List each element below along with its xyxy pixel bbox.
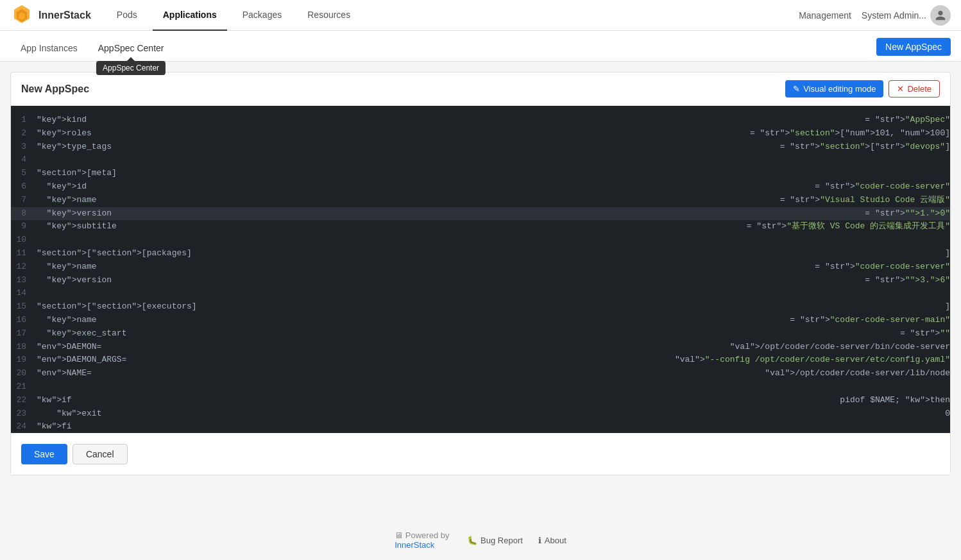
delete-button[interactable]: ✕ Delete <box>889 80 940 98</box>
line-number: 4 <box>11 153 34 167</box>
line-content: "key">roles <box>34 127 745 140</box>
new-appspec-button[interactable]: New AppSpec <box>876 38 951 56</box>
line-number: 9 <box>11 220 34 233</box>
delete-icon: ✕ <box>897 84 904 94</box>
code-line: 6 "key">id = "str">"coder-code-server" <box>11 180 950 194</box>
line-content: "kw">fi <box>34 420 950 433</box>
footer-buttons: Save Cancel <box>11 433 950 475</box>
line-content: "key">type_tags <box>34 140 775 154</box>
user-menu[interactable]: System Admin... <box>862 5 951 26</box>
code-line: 9 "key">subtitle = "str">"基于微软 VS Code 的… <box>11 220 950 233</box>
line-number: 15 <box>11 300 34 314</box>
line-content: "key">subtitle <box>34 220 742 233</box>
line-number: 13 <box>11 274 34 287</box>
code-line: 18"env">DAEMON="val">/opt/coder/code-ser… <box>11 341 950 354</box>
code-line: 12 "key">name = "str">"coder-code-server… <box>11 260 950 274</box>
code-line: 10 <box>11 233 950 247</box>
server-icon: 🖥 <box>395 530 403 540</box>
code-line: 11"section">["section">[packages]] <box>11 247 950 260</box>
line-number: 2 <box>11 127 34 140</box>
line-content <box>34 153 950 167</box>
line-content: "env">DAEMON= <box>34 341 730 354</box>
code-line: 14 <box>11 287 950 300</box>
line-number: 11 <box>11 247 34 260</box>
brand[interactable]: InnerStack <box>10 4 91 27</box>
line-content: "key">version <box>34 207 860 221</box>
line-content: "kw">if <box>34 394 835 407</box>
avatar <box>930 5 951 26</box>
nav-packages[interactable]: Packages <box>232 0 292 31</box>
line-number: 16 <box>11 314 34 327</box>
line-content: "key">name <box>34 260 810 274</box>
code-line: 20"env">NAME="val">/opt/coder/code-serve… <box>11 367 950 380</box>
nav-resources[interactable]: Resources <box>297 0 361 31</box>
card-header: New AppSpec ✎ Visual editing mode ✕ Dele… <box>11 72 950 106</box>
line-number: 20 <box>11 367 34 380</box>
line-number: 1 <box>11 114 34 127</box>
line-content: "env">DAEMON_ARGS= <box>34 353 675 367</box>
subnav-app-instances[interactable]: App Instances <box>10 38 88 61</box>
line-number: 3 <box>11 140 34 154</box>
code-line: 5"section">[meta] <box>11 167 950 180</box>
cancel-button[interactable]: Cancel <box>72 444 128 464</box>
edit-icon: ✎ <box>793 84 800 94</box>
logo-icon <box>10 4 33 27</box>
code-line: 3"key">type_tags = "str">"section">["str… <box>11 140 950 154</box>
line-number: 12 <box>11 260 34 274</box>
save-button[interactable]: Save <box>21 444 67 464</box>
line-number: 8 <box>11 207 34 221</box>
page-footer: 🖥 Powered by InnerStack 🐛 Bug Report ℹ A… <box>0 520 961 560</box>
code-line: 1"key">kind = "str">"AppSpec" <box>11 114 950 127</box>
line-number: 21 <box>11 380 34 394</box>
powered-by-text: 🖥 Powered by InnerStack <box>395 530 452 550</box>
line-number: 18 <box>11 341 34 354</box>
line-content: "key">id <box>34 180 810 194</box>
line-content: "key">kind <box>34 114 860 127</box>
line-content: "key">exec_start <box>34 327 895 341</box>
code-line: 17 "key">exec_start = "str">"" <box>11 327 950 341</box>
code-line: 19"env">DAEMON_ARGS="val">"--config /opt… <box>11 353 950 367</box>
appspec-card: New AppSpec ✎ Visual editing mode ✕ Dele… <box>10 72 951 475</box>
code-line: 22"kw">if pidof $NAME; "kw">then <box>11 394 950 407</box>
line-number: 24 <box>11 420 34 433</box>
line-number: 19 <box>11 353 34 367</box>
line-number: 5 <box>11 167 34 180</box>
about-link[interactable]: ℹ About <box>538 536 566 545</box>
line-number: 23 <box>11 407 34 421</box>
line-number: 10 <box>11 233 34 247</box>
line-number: 17 <box>11 327 34 341</box>
line-content: "kw">exit <box>34 407 940 421</box>
nav-pods[interactable]: Pods <box>106 0 148 31</box>
code-line: 4 <box>11 153 950 167</box>
tooltip: AppSpec Center <box>96 61 166 75</box>
bug-report-link[interactable]: 🐛 Bug Report <box>467 536 523 545</box>
code-line: 16 "key">name = "str">"coder-code-server… <box>11 314 950 327</box>
visual-editing-button[interactable]: ✎ Visual editing mode <box>785 80 883 98</box>
line-content: "env">NAME= <box>34 367 765 380</box>
navbar-right: Management System Admin... <box>799 5 951 26</box>
subnav-appspec-center[interactable]: AppSpec Center AppSpec Center <box>88 38 174 61</box>
code-line: 7 "key">name = "str">"Visual Studio Code… <box>11 194 950 207</box>
line-content: "key">name <box>34 314 785 327</box>
line-content <box>34 380 950 394</box>
code-editor[interactable]: 1"key">kind = "str">"AppSpec"2"key">role… <box>11 106 950 433</box>
line-content: "key">name <box>34 194 775 207</box>
line-number: 6 <box>11 180 34 194</box>
brand-label: InnerStack <box>38 10 91 21</box>
bug-icon: 🐛 <box>467 536 477 545</box>
main-content: New AppSpec ✎ Visual editing mode ✕ Dele… <box>0 62 961 520</box>
code-line: 8 "key">version = "str">"">1.">0" <box>11 207 950 221</box>
management-link[interactable]: Management <box>799 10 851 21</box>
user-label: System Admin... <box>862 10 926 21</box>
code-line: 24"kw">fi <box>11 420 950 433</box>
code-line: 21 <box>11 380 950 394</box>
line-content: "section">["section">[packages] <box>34 247 945 260</box>
navbar: InnerStack Pods Applications Packages Re… <box>0 0 961 31</box>
card-title: New AppSpec <box>21 83 89 95</box>
code-line: 13 "key">version = "str">"">3.">6" <box>11 274 950 287</box>
nav-applications[interactable]: Applications <box>153 0 227 31</box>
innerstack-link[interactable]: InnerStack <box>395 540 452 550</box>
line-content: "key">version <box>34 274 860 287</box>
line-content: "section">["section">[executors] <box>34 300 945 314</box>
info-icon: ℹ <box>538 536 541 545</box>
